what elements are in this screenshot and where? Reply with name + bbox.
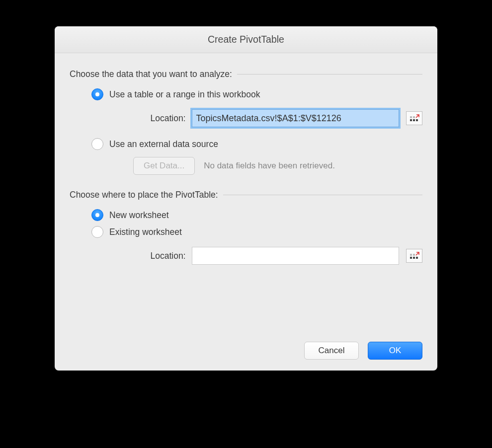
svg-rect-1 (413, 119, 415, 121)
ok-button[interactable]: OK (368, 342, 422, 360)
range-select-icon (409, 251, 420, 260)
svg-rect-8 (410, 254, 412, 256)
collapse-dialog-button-destination[interactable] (406, 249, 422, 263)
svg-rect-4 (413, 116, 415, 118)
section-heading-label: Choose the data that you want to analyze… (70, 69, 232, 79)
section-heading-data-source: Choose the data that you want to analyze… (70, 69, 422, 79)
radio-option-existing-worksheet[interactable]: Existing worksheet (91, 226, 422, 238)
radio-icon (91, 209, 103, 221)
svg-rect-5 (410, 257, 412, 259)
divider-line (237, 74, 422, 75)
radio-option-table-range[interactable]: Use a table or a range in this workbook (91, 88, 422, 100)
get-data-button[interactable]: Get Data... (133, 157, 195, 175)
svg-rect-6 (413, 257, 415, 259)
radio-option-new-worksheet[interactable]: New worksheet (91, 209, 422, 221)
create-pivottable-dialog: Create PivotTable Choose the data that y… (55, 26, 437, 371)
radio-icon (91, 138, 103, 150)
svg-rect-7 (416, 257, 418, 259)
svg-rect-2 (416, 119, 418, 121)
location-field-row-source: Location: TopicsMetadata.csv!$A$1:$V$121… (124, 109, 422, 127)
radio-icon (91, 88, 103, 100)
get-data-hint: No data fields have been retrieved. (204, 161, 335, 171)
location-field-row-destination: Location: (124, 247, 422, 265)
range-select-icon (409, 114, 420, 123)
collapse-dialog-button-source[interactable] (406, 111, 422, 125)
svg-rect-0 (410, 119, 412, 121)
dialog-content: Choose the data that you want to analyze… (55, 53, 437, 286)
section-heading-destination: Choose where to place the PivotTable: (70, 190, 422, 200)
svg-rect-3 (410, 116, 412, 118)
divider-line (223, 195, 422, 195)
svg-rect-9 (413, 254, 415, 256)
dialog-footer-buttons: Cancel OK (304, 342, 422, 360)
radio-option-external-source[interactable]: Use an external data source (91, 138, 422, 150)
radio-label: Use an external data source (109, 139, 218, 149)
get-data-row: Get Data... No data fields have been ret… (133, 157, 422, 175)
source-location-input[interactable]: TopicsMetadata.csv!$A$1:$V$12126 (192, 109, 400, 127)
radio-label: Use a table or a range in this workbook (109, 89, 260, 100)
radio-icon (91, 226, 103, 238)
section-heading-label: Choose where to place the PivotTable: (70, 190, 218, 200)
location-label: Location: (124, 113, 186, 124)
radio-label: Existing worksheet (109, 227, 182, 237)
cancel-button[interactable]: Cancel (304, 342, 359, 360)
dialog-title: Create PivotTable (55, 26, 437, 53)
location-label: Location: (124, 251, 186, 261)
destination-location-input[interactable] (192, 247, 400, 265)
radio-label: New worksheet (109, 210, 169, 221)
source-location-value: TopicsMetadata.csv!$A$1:$V$12126 (196, 113, 395, 124)
